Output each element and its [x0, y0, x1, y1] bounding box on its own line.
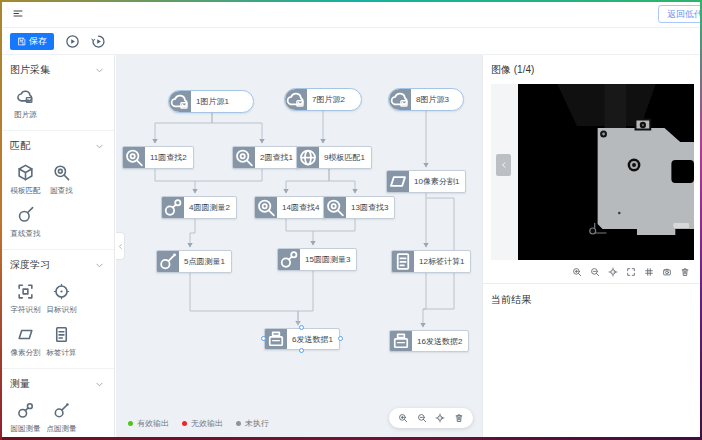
sidebar-section-title: 测量 — [10, 377, 30, 391]
zoom-in-icon[interactable] — [572, 267, 582, 277]
cloud-image-icon — [169, 91, 191, 112]
sidebar-item-label: 圆查找 — [50, 186, 73, 196]
sidebar-section-header[interactable]: 深度学习 — [10, 257, 104, 273]
flow-node[interactable]: 1图片源1 — [168, 90, 254, 113]
legend-label: 有效输出 — [137, 418, 169, 429]
flow-node[interactable]: 6发送数据1 — [264, 328, 340, 350]
back-to-lowcode-button[interactable]: 返回低代 — [658, 5, 702, 23]
flow-node[interactable]: 14圆查找4 — [254, 196, 326, 219]
flow-node[interactable]: 15圆圆测量3 — [277, 248, 357, 271]
measure-pc-icon — [157, 251, 179, 272]
sidebar-item[interactable]: 图片源 — [12, 87, 39, 120]
trash-icon[interactable] — [454, 413, 464, 423]
locate-icon[interactable] — [608, 267, 618, 277]
cloud-image-icon — [285, 89, 307, 110]
circle-search-icon — [123, 147, 145, 168]
doc-icon — [392, 251, 414, 272]
toolbar: 保存 — [0, 28, 702, 55]
prev-image-button[interactable] — [496, 154, 511, 176]
sidebar-item[interactable]: 标签计算 — [48, 325, 75, 358]
sidebar-section-header[interactable]: 图片采集 — [10, 62, 104, 78]
selection-handle[interactable] — [338, 336, 343, 341]
sidebar-section-header[interactable]: 匹配 — [10, 138, 104, 154]
flow-node[interactable]: 8图片源3 — [388, 88, 464, 111]
flow-node[interactable]: 12标签计算1 — [391, 250, 471, 273]
cloud-image-icon — [389, 89, 411, 110]
sidebar: 图片采集图片源匹配模板匹配圆查找直线查找深度学习字符识别目标识别像素分割标签计算… — [0, 55, 115, 437]
chevron-down-icon — [95, 380, 104, 389]
doc-icon — [52, 325, 71, 344]
target-icon — [52, 282, 71, 301]
cube-icon — [16, 163, 35, 182]
chevron-left-icon — [117, 243, 124, 250]
sidebar-item[interactable]: 点圆测量 — [48, 401, 75, 434]
run-button[interactable] — [65, 34, 80, 49]
node-label: 8图片源3 — [411, 89, 455, 110]
sidebar-item[interactable]: 目标识别 — [48, 282, 75, 315]
node-label: 9模板匹配1 — [319, 147, 371, 168]
flow-node[interactable]: 5点圆测量1 — [156, 250, 232, 273]
flow-node[interactable]: 16发送数据2 — [389, 330, 469, 352]
flow-node[interactable]: 11圆查找2 — [122, 146, 194, 169]
step-run-button[interactable] — [91, 34, 106, 49]
legend-item: 未执行 — [236, 418, 269, 429]
sidebar-item[interactable]: 直线查找 — [12, 206, 39, 239]
flow-node[interactable]: 13圆查找3 — [323, 196, 395, 219]
preview-panel: 图像 (1/4) — [482, 55, 702, 437]
fullscreen-icon[interactable] — [626, 267, 636, 277]
preview-image[interactable] — [518, 84, 694, 260]
node-label: 11圆查找2 — [145, 147, 193, 168]
status-legend: 有效输出无效输出未执行 — [128, 418, 269, 429]
locate-icon[interactable] — [435, 413, 445, 423]
selection-handle[interactable] — [299, 325, 304, 330]
image-toolbar — [483, 260, 702, 284]
sidebar-item-label: 圆圆测量 — [11, 424, 41, 434]
trash-icon[interactable] — [680, 267, 690, 277]
sidebar-item[interactable]: 圆圆测量 — [12, 401, 39, 434]
zoom-in-icon[interactable] — [398, 413, 408, 423]
menu-icon[interactable] — [12, 8, 24, 20]
send-icon — [390, 331, 412, 351]
sidebar-item-label: 点圆测量 — [47, 424, 77, 434]
save-button[interactable]: 保存 — [10, 33, 54, 50]
sidebar-item[interactable]: 字符识别 — [12, 282, 39, 315]
measure-pc-icon — [52, 401, 71, 420]
sidebar-collapse-handle[interactable] — [116, 232, 125, 260]
selection-handle[interactable] — [299, 348, 304, 353]
image-viewer — [491, 84, 694, 260]
flow-node[interactable]: 4圆圆测量2 — [161, 196, 237, 219]
grid-icon[interactable] — [644, 267, 654, 277]
node-label: 14圆查找4 — [277, 197, 325, 218]
flow-node[interactable]: 10像素分割1 — [386, 170, 466, 193]
node-label: 12标签计算1 — [414, 251, 470, 272]
sidebar-section-header[interactable]: 测量 — [10, 376, 104, 392]
zoom-out-icon[interactable] — [590, 267, 600, 277]
segment-icon — [387, 171, 409, 192]
globe-icon — [297, 147, 319, 168]
flow-node[interactable]: 2圆查找1 — [232, 146, 300, 169]
sidebar-item[interactable]: 圆查找 — [48, 163, 75, 196]
save-label: 保存 — [29, 35, 47, 48]
legend-item: 有效输出 — [128, 418, 169, 429]
flow-node[interactable]: 9模板匹配1 — [296, 146, 372, 169]
snapshot-icon[interactable] — [662, 267, 672, 277]
flow-canvas[interactable]: 1图片源17图片源28图片源311圆查找22圆查找19模板匹配110像素分割14… — [116, 55, 482, 437]
sidebar-item[interactable]: 像素分割 — [12, 325, 39, 358]
chevron-down-icon — [95, 142, 104, 151]
measure-cc-icon — [278, 249, 300, 270]
zoom-out-icon[interactable] — [417, 413, 427, 423]
legend-dot — [236, 421, 241, 426]
selection-handle[interactable] — [261, 336, 266, 341]
flow-node[interactable]: 7图片源2 — [284, 88, 362, 111]
node-label: 10像素分割1 — [409, 171, 465, 192]
chevron-down-icon — [95, 66, 104, 75]
measure-cc-icon — [162, 197, 184, 218]
legend-label: 无效输出 — [191, 418, 223, 429]
measure-cc-icon — [16, 401, 35, 420]
sidebar-item-label: 模板匹配 — [11, 186, 41, 196]
line-search-icon — [16, 206, 35, 225]
node-label: 6发送数据1 — [287, 329, 339, 349]
sidebar-item[interactable]: 模板匹配 — [12, 163, 39, 196]
send-icon — [265, 329, 287, 349]
image-nav-strip — [491, 84, 518, 260]
